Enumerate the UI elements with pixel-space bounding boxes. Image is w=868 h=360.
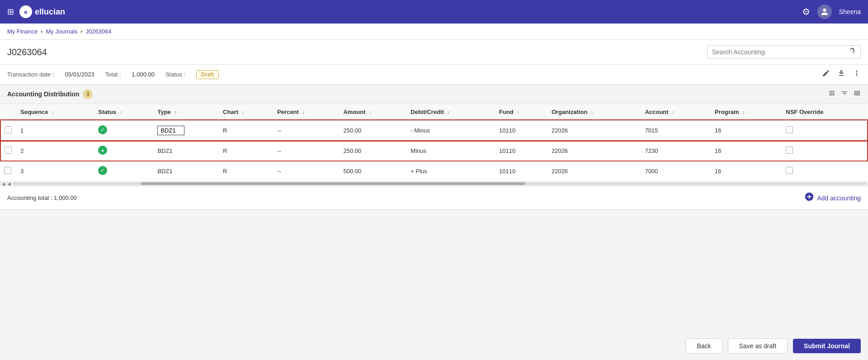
sort-organization-icon[interactable]: ↕ xyxy=(591,109,594,115)
col-account[interactable]: Account ↕ xyxy=(642,104,711,120)
navbar: ⊞ e ellucian ⚙ Sheena xyxy=(0,0,868,24)
table-section: Sequence ↕ Status ↕ Type ↕ Chart ↕ xyxy=(0,104,868,186)
sort-sequence-icon[interactable]: ↕ xyxy=(52,109,54,115)
col-nsf-override[interactable]: NSF Override xyxy=(782,104,868,120)
row3-nsf[interactable] xyxy=(782,161,868,181)
more-icon[interactable] xyxy=(853,69,861,80)
col-amount[interactable]: Amount ↕ xyxy=(340,104,407,120)
logo-text: ellucian xyxy=(35,7,65,17)
table-header-row: Sequence ↕ Status ↕ Type ↕ Chart ↕ xyxy=(0,104,868,120)
scroll-left-arrow[interactable]: ◀ xyxy=(2,181,5,186)
page-header: J0263064 xyxy=(0,40,868,65)
row1-checkbox[interactable] xyxy=(0,120,17,141)
col-type[interactable]: Type ↕ xyxy=(154,104,219,120)
txn-total-value: 1,000.00 xyxy=(132,71,155,78)
row1-status xyxy=(94,120,154,141)
section-title: Accounting Distribution xyxy=(7,90,79,98)
row2-status xyxy=(94,141,154,161)
col-fund-label: Fund xyxy=(499,109,514,115)
nsf-checkbox-3[interactable] xyxy=(786,167,793,174)
sort-fund-icon[interactable]: ↕ xyxy=(517,109,519,115)
col-sequence-label: Sequence xyxy=(20,109,48,115)
col-organization[interactable]: Organization ↕ xyxy=(548,104,642,120)
row2-checkbox[interactable] xyxy=(0,141,17,161)
col-chart-label: Chart xyxy=(223,109,238,115)
columns-icon[interactable] xyxy=(854,90,861,99)
row3-type: BDZ1 xyxy=(154,161,219,181)
row1-nsf[interactable] xyxy=(782,120,868,141)
table-row[interactable]: 3 BDZ1 R -- 500.00 + Plus 10110 22026 70… xyxy=(0,161,868,181)
col-amount-label: Amount xyxy=(343,109,365,115)
save-draft-button[interactable]: Save as draft xyxy=(728,338,788,354)
row3-checkbox[interactable] xyxy=(0,161,17,181)
filter-icon[interactable] xyxy=(841,90,848,99)
table-row[interactable]: 2 BDZ1 R -- 250.00 Minus 10110 22026 723… xyxy=(0,141,868,161)
add-accounting-label: Add accounting xyxy=(817,194,861,202)
col-percent[interactable]: Percent ↕ xyxy=(274,104,340,120)
txn-bar-actions xyxy=(822,69,861,80)
horizontal-scrollbar[interactable]: ◀ ◀ xyxy=(0,181,868,186)
row1-program: 16 xyxy=(711,120,782,141)
sort-percent-icon[interactable]: ↕ xyxy=(302,109,305,115)
row1-account: 7015 xyxy=(642,120,711,141)
table-wrapper[interactable]: Sequence ↕ Status ↕ Type ↕ Chart ↕ xyxy=(0,104,868,181)
row1-percent: -- xyxy=(274,120,340,141)
sort-chart-icon[interactable]: ↕ xyxy=(242,109,245,115)
sort-account-icon[interactable]: ↕ xyxy=(672,109,675,115)
row3-amount: 500.00 xyxy=(340,161,407,181)
checkbox-1[interactable] xyxy=(5,126,12,133)
row3-percent: -- xyxy=(274,161,340,181)
sort-program-icon[interactable]: ↕ xyxy=(742,109,745,115)
username: Sheena xyxy=(839,8,861,15)
sort-status-icon[interactable]: ↕ xyxy=(120,109,123,115)
scroll-left-inner-arrow[interactable]: ◀ xyxy=(7,181,11,186)
col-status[interactable]: Status ↕ xyxy=(94,104,154,120)
accounting-total-text: Accounting total : 1,000.00 xyxy=(7,194,77,201)
col-program[interactable]: Program ↕ xyxy=(711,104,782,120)
row3-org: 22026 xyxy=(548,161,642,181)
submit-journal-button[interactable]: Submit Journal xyxy=(793,339,861,353)
col-fund[interactable]: Fund ↕ xyxy=(495,104,548,120)
checkbox-3[interactable] xyxy=(4,167,11,174)
breadcrumb-current: J0263064 xyxy=(85,28,111,35)
col-debit-credit-label: Debit/Credit xyxy=(410,109,444,115)
txn-date-label: Transaction date : xyxy=(7,71,54,78)
edit-icon[interactable] xyxy=(822,69,830,80)
col-sequence[interactable]: Sequence ↕ xyxy=(17,104,94,120)
row1-chart-input[interactable] xyxy=(157,126,184,135)
scroll-track[interactable] xyxy=(13,182,866,185)
row1-amount: 250.00 xyxy=(340,120,407,141)
col-program-label: Program xyxy=(715,109,739,115)
col-debit-credit[interactable]: Debit/Credit ↕ xyxy=(407,104,495,120)
table-row[interactable]: 1 R -- 250.00 - Minus 10110 22026 7015 1… xyxy=(0,120,868,141)
gear-icon[interactable]: ⚙ xyxy=(802,6,810,17)
search-box[interactable] xyxy=(707,45,861,59)
row3-account: 7000 xyxy=(642,161,711,181)
row2-nsf[interactable] xyxy=(782,141,868,161)
checkbox-2[interactable] xyxy=(5,147,12,154)
col-organization-label: Organization xyxy=(552,109,587,115)
sort-type-icon[interactable]: ↕ xyxy=(174,109,177,115)
back-button[interactable]: Back xyxy=(685,338,722,354)
breadcrumb-sep-1: ● xyxy=(40,29,43,34)
page-title: J0263064 xyxy=(7,47,47,57)
bottom-bar: Back Save as draft Submit Journal xyxy=(0,332,868,360)
expand-icon[interactable] xyxy=(828,90,835,99)
scroll-thumb[interactable] xyxy=(141,182,525,185)
avatar[interactable] xyxy=(817,5,832,19)
sort-amount-icon[interactable]: ↕ xyxy=(369,109,372,115)
download-icon[interactable] xyxy=(837,69,845,80)
add-accounting-button[interactable]: Add accounting xyxy=(804,192,861,204)
search-input[interactable] xyxy=(712,48,849,56)
breadcrumb-my-finance[interactable]: My Finance xyxy=(7,28,38,35)
sort-debit-credit-icon[interactable]: ↕ xyxy=(448,109,450,115)
breadcrumb-sep-2: ● xyxy=(80,29,83,34)
nsf-checkbox-2[interactable] xyxy=(786,147,793,154)
navbar-right: ⚙ Sheena xyxy=(802,5,861,19)
nsf-checkbox-1[interactable] xyxy=(786,126,793,133)
breadcrumb-my-journals[interactable]: My Journals xyxy=(46,28,77,35)
txn-date-value: 05/01/2023 xyxy=(65,71,94,78)
section-count: 3 xyxy=(83,89,93,99)
col-chart[interactable]: Chart ↕ xyxy=(219,104,274,120)
grid-icon[interactable]: ⊞ xyxy=(7,7,14,17)
